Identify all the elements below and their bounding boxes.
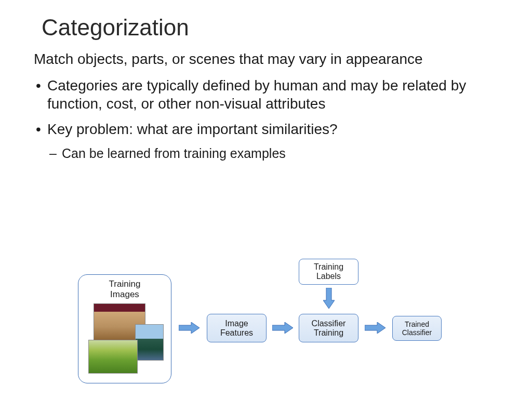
svg-marker-0 — [179, 322, 200, 334]
slide-subtitle: Match objects, parts, or scenes that may… — [0, 41, 532, 68]
svg-marker-2 — [365, 322, 385, 334]
arrow-down-icon — [323, 288, 335, 309]
training-labels-node: TrainingLabels — [299, 259, 358, 285]
trained-classifier-node: TrainedClassifier — [392, 316, 442, 341]
arrow-icon — [179, 322, 200, 334]
training-images-node: TrainingImages — [78, 274, 171, 383]
training-images-label: TrainingImages — [109, 279, 141, 300]
sample-image — [88, 340, 138, 374]
svg-marker-1 — [272, 322, 293, 334]
sample-image — [135, 324, 164, 361]
bullet-sub-item: Can be learned from training examples — [34, 145, 501, 162]
slide-title: Categorization — [0, 0, 532, 41]
image-features-node: ImageFeatures — [207, 314, 267, 342]
svg-marker-3 — [323, 288, 335, 309]
arrow-icon — [365, 322, 385, 334]
flow-diagram: TrainingImages TrainingLabels ImageFeatu… — [78, 259, 462, 389]
image-collage — [88, 303, 161, 376]
bullet-item: Key problem: what are important similari… — [34, 120, 501, 138]
bullet-item: Categories are typically defined by huma… — [34, 76, 501, 113]
classifier-training-node: ClassifierTraining — [299, 314, 358, 342]
bullet-list: Categories are typically defined by huma… — [0, 68, 532, 162]
arrow-icon — [272, 322, 293, 334]
